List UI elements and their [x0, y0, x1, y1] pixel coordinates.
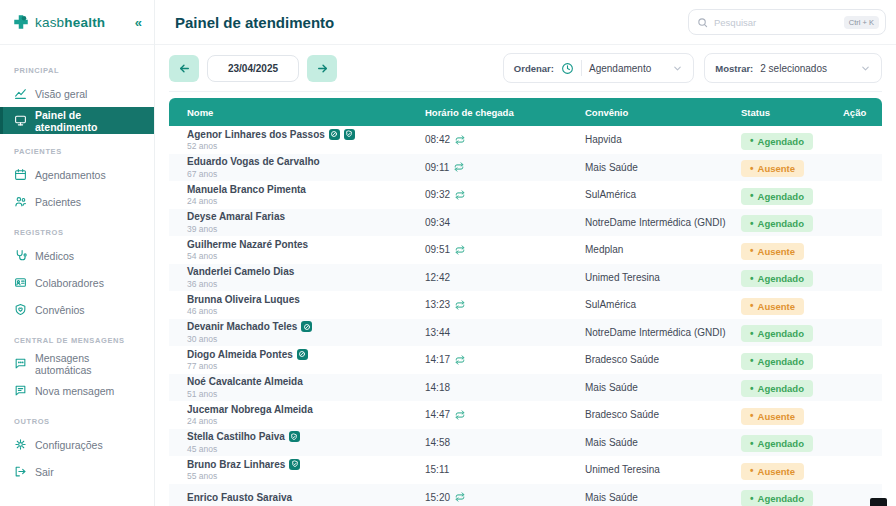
patient-shield-badge-icon	[344, 129, 355, 140]
arrow-right-icon	[316, 62, 329, 75]
table-row[interactable]: Diogo Almeida Pontes77 anos14:17Bradesco…	[169, 346, 882, 374]
sidebar-item-nova-mensagem[interactable]: Nova mensagem	[0, 377, 154, 404]
arrival-time-cell: 13:23	[425, 299, 585, 310]
arrival-time: 13:44	[425, 327, 450, 338]
status-label: Agendado	[758, 438, 804, 449]
patient-cell: Jucemar Nobrega Almeida24 anos	[187, 404, 425, 427]
status-badge: •Agendado	[741, 325, 813, 342]
patient-cell: Enrico Fausto Saraiva	[187, 492, 425, 504]
chat-auto-icon	[14, 357, 27, 370]
mostrar-select[interactable]: Mostrar: 2 selecionados	[704, 53, 882, 83]
screen-corner-artifact	[870, 498, 887, 506]
status-label: Ausente	[758, 411, 795, 422]
patient-shield-badge-icon	[289, 431, 300, 442]
search-box[interactable]: Ctrl + K	[688, 9, 886, 35]
table-row[interactable]: Guilherme Nazaré Pontes54 anos09:51Medpl…	[169, 236, 882, 264]
sidebar-item-label: Convênios	[35, 304, 85, 316]
table-row[interactable]: Bruno Braz Linhares55 anos15:11Unimed Te…	[169, 456, 882, 484]
sidebar-item-label: Médicos	[35, 250, 74, 262]
brand-name: kasbhealth	[35, 15, 105, 30]
divider	[169, 91, 882, 92]
repeat-icon	[455, 355, 465, 365]
arrival-time-cell: 14:47	[425, 409, 585, 420]
status-label: Agendado	[758, 273, 804, 284]
patient-name: Vanderlei Camelo Dias	[187, 266, 294, 278]
status-cell: •Agendado	[741, 268, 843, 288]
arrival-time: 08:42	[425, 134, 450, 145]
search-input[interactable]	[714, 17, 838, 28]
sidebar-item-mensagens-automaticas[interactable]: Mensagens automáticas	[0, 350, 154, 377]
patient-name: Eduardo Vogas de Carvalho	[187, 156, 320, 168]
sidebar-item-label: Painel de atendimento	[35, 109, 140, 133]
monitor-icon	[14, 114, 27, 127]
convenio-cell: Hapvida	[585, 134, 741, 145]
status-cell: •Agendado	[741, 433, 843, 453]
patient-name: Manuela Branco Pimenta	[187, 184, 306, 196]
patient-cell: Stella Castilho Paiva45 anos	[187, 431, 425, 454]
sidebar-item-sair[interactable]: Sair	[0, 458, 154, 485]
arrow-left-icon	[178, 62, 191, 75]
next-day-button[interactable]	[307, 55, 337, 82]
sidebar-item-configuracoes[interactable]: Configurações	[0, 431, 154, 458]
arrival-time: 14:47	[425, 409, 450, 420]
toolbar: 23/04/2025 Ordenar: Agendamento	[169, 53, 882, 83]
status-label: Agendado	[758, 328, 804, 339]
stethoscope-icon	[14, 249, 27, 262]
table-header: NomeHorário de chegadaConvênioStatusAção	[169, 98, 882, 126]
status-cell: •Agendado	[741, 323, 843, 343]
table-row[interactable]: Brunna Oliveira Luques46 anos13:23SulAmé…	[169, 291, 882, 319]
patient-age: 67 anos	[187, 169, 425, 179]
arrival-time: 14:18	[425, 382, 450, 393]
table-row[interactable]: Stella Castilho Paiva45 anos14:58Mais Sa…	[169, 429, 882, 457]
arrival-time: 15:11	[425, 464, 449, 475]
patient-age: 39 anos	[187, 224, 425, 234]
patient-cell: Manuela Branco Pimenta24 anos	[187, 184, 425, 207]
sidebar-collapse-icon[interactable]: «	[135, 15, 142, 30]
ordenar-select[interactable]: Ordenar: Agendamento	[503, 53, 694, 83]
table-row[interactable]: Jucemar Nobrega Almeida24 anos14:47Brade…	[169, 401, 882, 429]
table-row[interactable]: Deyse Amaral Farias39 anos09:34NotreDame…	[169, 209, 882, 237]
sidebar-item-visao-geral[interactable]: Visão geral	[0, 80, 154, 107]
convenio-cell: Mais Saúde	[585, 437, 741, 448]
patient-age: 30 anos	[187, 334, 425, 344]
patient-age: 36 anos	[187, 279, 425, 289]
date-picker[interactable]: 23/04/2025	[207, 55, 299, 82]
patient-age: 24 anos	[187, 416, 425, 426]
table-row[interactable]: Enrico Fausto Saraiva15:20Mais Saúde•Age…	[169, 484, 882, 506]
arrival-time: 12:42	[425, 272, 450, 283]
repeat-icon	[454, 162, 464, 172]
column-header: Convênio	[585, 107, 741, 118]
status-cell: •Ausente	[741, 405, 843, 425]
table-row[interactable]: Eduardo Vogas de Carvalho67 anos09:11Mai…	[169, 154, 882, 182]
repeat-icon	[455, 300, 465, 310]
status-cell: •Ausente	[741, 158, 843, 178]
table-row[interactable]: Noé Cavalcante Almeida51 anos14:18Mais S…	[169, 374, 882, 402]
convenio-cell: Bradesco Saúde	[585, 409, 741, 420]
sidebar-item-colaboradores[interactable]: Colaboradores	[0, 269, 154, 296]
patient-name: Deyse Amaral Farias	[187, 211, 285, 223]
sidebar-item-agendamentos[interactable]: Agendamentos	[0, 161, 154, 188]
sidebar-item-pacientes[interactable]: Pacientes	[0, 188, 154, 215]
table-row[interactable]: Manuela Branco Pimenta24 anos09:32SulAmé…	[169, 181, 882, 209]
mostrar-label: Mostrar:	[715, 63, 753, 74]
convenio-cell: Mais Saúde	[585, 382, 741, 393]
patient-cell: Deyse Amaral Farias39 anos	[187, 211, 425, 234]
patient-name: Diogo Almeida Pontes	[187, 349, 293, 361]
patient-cell: Guilherme Nazaré Pontes54 anos	[187, 239, 425, 262]
table-body: Agenor Linhares dos Passos52 anos08:42Ha…	[169, 126, 882, 506]
table-row[interactable]: Agenor Linhares dos Passos52 anos08:42Ha…	[169, 126, 882, 154]
table-row[interactable]: Vanderlei Camelo Dias36 anos12:42Unimed …	[169, 264, 882, 292]
status-badge: •Ausente	[741, 243, 804, 260]
repeat-icon	[455, 410, 465, 420]
sidebar-item-convenios[interactable]: Convênios	[0, 296, 154, 323]
table-row[interactable]: Devanir Machado Teles30 anos13:44NotreDa…	[169, 319, 882, 347]
convenio-cell: Unimed Teresina	[585, 272, 741, 283]
sidebar-item-medicos[interactable]: Médicos	[0, 242, 154, 269]
prev-day-button[interactable]	[169, 55, 199, 82]
status-label: Ausente	[758, 466, 795, 477]
arrival-time: 09:32	[425, 189, 450, 200]
patient-cell: Diogo Almeida Pontes77 anos	[187, 349, 425, 372]
arrival-time: 09:34	[425, 217, 450, 228]
status-label: Agendado	[758, 356, 804, 367]
sidebar-item-painel-de-atendimento[interactable]: Painel de atendimento	[0, 107, 154, 134]
